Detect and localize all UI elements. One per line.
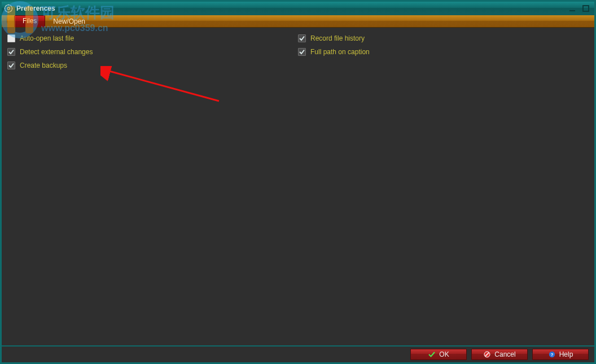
svg-text:?: ? — [550, 352, 553, 357]
option-label: Detect external changes — [20, 48, 93, 56]
checkbox-checked-icon — [298, 34, 306, 42]
ok-button[interactable]: OK — [410, 349, 467, 360]
minimize-button[interactable] — [566, 4, 579, 13]
tab-new-open[interactable]: New/Open — [45, 16, 93, 27]
option-record-file-history[interactable]: Record file history — [298, 34, 589, 42]
option-detect-external-changes[interactable]: Detect external changes — [7, 48, 298, 56]
button-label: Cancel — [494, 350, 515, 358]
help-button[interactable]: ? Help — [532, 349, 589, 360]
cancel-button[interactable]: Cancel — [471, 349, 528, 360]
svg-point-1 — [7, 7, 10, 10]
options-left-column: Auto-open last file Detect external chan… — [7, 34, 298, 75]
checkbox-checked-icon — [7, 62, 15, 69]
svg-line-13 — [107, 71, 219, 101]
checkbox-icon — [7, 34, 15, 42]
content-area: Auto-open last file Detect external chan… — [2, 28, 594, 345]
option-label: Full path on caption — [310, 48, 370, 56]
check-icon — [428, 350, 436, 358]
preferences-window: Preferences Files New/Open Auto-open las… — [0, 0, 596, 364]
options-right-column: Record file history Full path on caption — [298, 34, 589, 75]
option-label: Create backups — [20, 62, 67, 69]
option-full-path-on-caption[interactable]: Full path on caption — [298, 48, 589, 56]
footer: OK Cancel ? Help — [2, 347, 594, 362]
checkbox-checked-icon — [298, 48, 306, 56]
option-auto-open-last-file[interactable]: Auto-open last file — [7, 34, 298, 42]
title-bar: Preferences — [2, 2, 594, 15]
option-label: Record file history — [310, 34, 365, 42]
option-create-backups[interactable]: Create backups — [7, 62, 298, 69]
tab-strip: Files New/Open — [2, 15, 594, 28]
maximize-button[interactable] — [580, 4, 592, 13]
option-label: Auto-open last file — [20, 34, 74, 42]
svg-rect-11 — [583, 6, 589, 11]
cancel-icon — [483, 350, 491, 358]
button-label: OK — [439, 350, 449, 358]
button-label: Help — [559, 350, 573, 358]
help-icon: ? — [548, 350, 556, 358]
window-title: Preferences — [16, 5, 55, 12]
tab-hidden[interactable] — [3, 16, 14, 27]
svg-rect-10 — [569, 10, 575, 11]
app-gear-icon — [4, 4, 13, 13]
checkbox-checked-icon — [7, 48, 15, 56]
tab-files[interactable]: Files — [14, 15, 45, 27]
